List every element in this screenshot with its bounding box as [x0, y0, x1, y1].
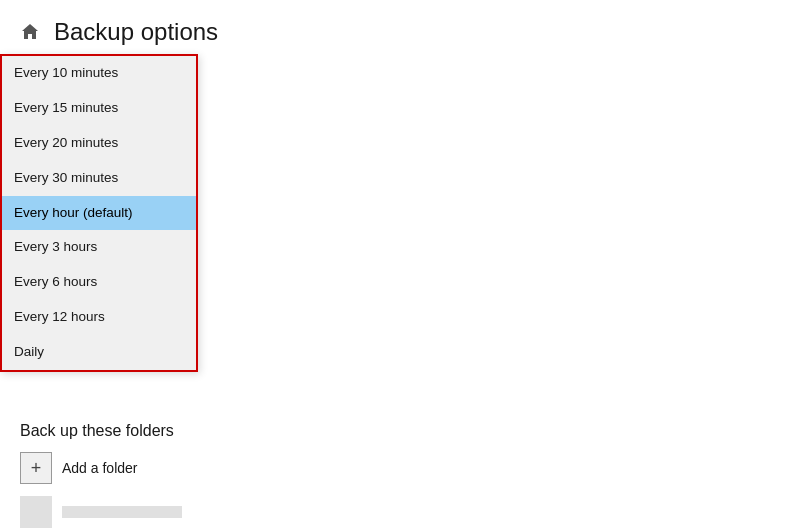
add-folder-row: + Add a folder	[20, 452, 790, 484]
page-title: Backup options	[54, 18, 218, 46]
dropdown-item-every-10-min[interactable]: Every 10 minutes	[2, 56, 196, 91]
folder-text-placeholder	[62, 506, 182, 518]
dropdown-item-every-6-hours[interactable]: Every 6 hours	[2, 265, 196, 300]
main-content: Overview Size of backup: 11.8 MB Back up…	[0, 56, 810, 530]
dropdown-item-daily[interactable]: Daily	[2, 335, 196, 370]
dropdown-item-every-20-min[interactable]: Every 20 minutes	[2, 126, 196, 161]
add-folder-label: Add a folder	[62, 460, 138, 476]
folder-icon	[20, 496, 52, 528]
plus-icon: +	[31, 458, 42, 479]
page-header: Backup options	[0, 0, 810, 56]
dropdown-item-every-3-hours[interactable]: Every 3 hours	[2, 230, 196, 265]
backup-folders-section: Back up these folders + Add a folder	[20, 422, 790, 530]
folder-item	[20, 492, 790, 530]
dropdown-item-every-30-min[interactable]: Every 30 minutes	[2, 161, 196, 196]
home-icon[interactable]	[20, 22, 40, 42]
dropdown-item-every-12-hours[interactable]: Every 12 hours	[2, 300, 196, 335]
frequency-dropdown[interactable]: Every 10 minutesEvery 15 minutesEvery 20…	[0, 54, 198, 372]
dropdown-item-every-hour[interactable]: Every hour (default)	[2, 196, 196, 231]
add-folder-button[interactable]: +	[20, 452, 52, 484]
backup-folders-heading: Back up these folders	[20, 422, 790, 440]
dropdown-item-every-15-min[interactable]: Every 15 minutes	[2, 91, 196, 126]
